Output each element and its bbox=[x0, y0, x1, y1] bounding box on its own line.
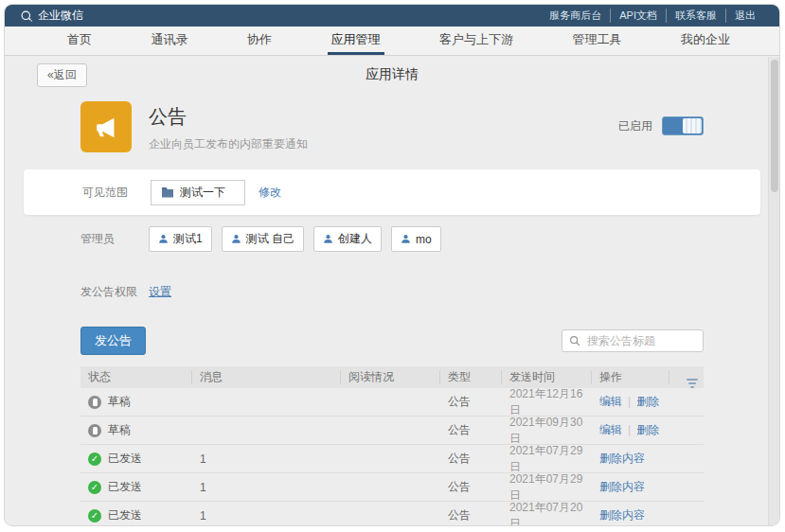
folder-icon bbox=[161, 186, 174, 198]
draft-icon bbox=[88, 396, 101, 409]
nav-tab-app-management[interactable]: 应用管理 bbox=[328, 27, 384, 55]
status-cell: ✓已发送 bbox=[80, 479, 192, 495]
table-row: ✓已发送 1 公告 2021年07月29日 删除内容 bbox=[80, 473, 704, 502]
action-separator: | bbox=[628, 395, 631, 408]
admin-tag[interactable]: mo bbox=[391, 226, 441, 252]
table-body: 草稿 公告 2021年12月16日 编辑|删除 草稿 公告 2021年09月30… bbox=[80, 388, 704, 526]
column-header: 消息 bbox=[192, 370, 341, 384]
app-status: 已启用 bbox=[618, 116, 704, 135]
actions-cell: 编辑|删除 bbox=[592, 394, 669, 410]
actions-cell: 编辑|删除 bbox=[592, 422, 669, 438]
enabled-toggle[interactable] bbox=[662, 116, 704, 135]
message-cell: 1 bbox=[192, 509, 341, 523]
app-head: 公告 企业向员工发布的内部重要通知 已启用 bbox=[5, 94, 779, 168]
row-action[interactable]: 删除内容 bbox=[599, 480, 645, 493]
search-input[interactable] bbox=[585, 333, 696, 348]
draft-icon bbox=[88, 424, 101, 437]
status-cell: 草稿 bbox=[80, 422, 192, 438]
type-cell: 公告 bbox=[440, 422, 502, 438]
message-cell: 1 bbox=[192, 481, 341, 494]
admin-tags: 测试1 测试 自己 创建人 mo bbox=[149, 226, 441, 252]
nav-tabs: 首页通讯录协作应用管理客户与上下游管理工具我的企业 bbox=[5, 27, 779, 56]
modify-link[interactable]: 修改 bbox=[259, 185, 281, 201]
topbar-link-api-docs[interactable]: API文档 bbox=[610, 9, 666, 23]
topbar-link-provider-console[interactable]: 服务商后台 bbox=[541, 9, 610, 23]
send-announcement-button[interactable]: 发公告 bbox=[80, 327, 146, 355]
scrollbar-thumb[interactable] bbox=[771, 60, 778, 192]
sent-icon: ✓ bbox=[88, 452, 101, 466]
status-enabled-label: 已启用 bbox=[618, 118, 652, 134]
megaphone-icon bbox=[80, 101, 132, 152]
brand[interactable]: 企业微信 bbox=[20, 8, 83, 24]
table-row: 草稿 公告 2021年09月30日 编辑|删除 bbox=[80, 417, 704, 445]
brand-label: 企业微信 bbox=[38, 8, 83, 24]
vertical-scrollbar[interactable] bbox=[768, 57, 779, 525]
app-description: 企业向员工发布的内部重要通知 bbox=[149, 136, 308, 152]
column-header: 类型 bbox=[440, 370, 502, 384]
nav-tab-collaboration[interactable]: 协作 bbox=[243, 27, 276, 55]
table-row: ✓已发送 1 公告 2021年07月29日 删除内容 bbox=[80, 445, 704, 473]
column-header: 阅读情况 bbox=[341, 370, 440, 384]
date-cell: 2021年09月30日 bbox=[502, 415, 592, 447]
action-separator: | bbox=[628, 423, 631, 436]
magnifier-icon bbox=[569, 335, 580, 346]
search-box bbox=[562, 329, 704, 352]
filter-header-cell bbox=[669, 370, 704, 384]
back-button[interactable]: «返回 bbox=[37, 63, 87, 87]
page-title: 应用详情 bbox=[366, 66, 419, 83]
actions-cell: 删除内容 bbox=[592, 451, 669, 467]
row-action[interactable]: 删除内容 bbox=[599, 508, 645, 522]
page-header: «返回 应用详情 bbox=[5, 56, 779, 94]
date-cell: 2021年07月29日 bbox=[502, 443, 592, 475]
topbar-link-logout[interactable]: 退出 bbox=[725, 9, 764, 23]
message-cell: 1 bbox=[192, 452, 341, 466]
nav-tab-contacts[interactable]: 通讯录 bbox=[148, 27, 192, 55]
visible-range-chip[interactable]: 测试一下 bbox=[151, 180, 245, 205]
admin-tag[interactable]: 创建人 bbox=[313, 226, 382, 252]
topbar: 企业微信 服务商后台API文档联系客服退出 bbox=[5, 5, 779, 27]
table-header: 状态消息阅读情况类型发送时间操作 bbox=[80, 366, 704, 388]
visible-range-label: 可见范围 bbox=[82, 185, 151, 201]
admins-label: 管理员 bbox=[80, 231, 149, 247]
type-cell: 公告 bbox=[440, 394, 502, 410]
wechat-work-logo-icon bbox=[20, 9, 33, 23]
nav-tab-home[interactable]: 首页 bbox=[63, 27, 96, 55]
person-icon bbox=[401, 234, 411, 244]
announcements-table: 状态消息阅读情况类型发送时间操作 草稿 公告 2021年12月16日 编辑|删除… bbox=[80, 366, 704, 526]
actions-cell: 删除内容 bbox=[592, 479, 669, 495]
row-action[interactable]: 编辑 bbox=[599, 395, 622, 408]
topbar-links: 服务商后台API文档联系客服退出 bbox=[541, 9, 764, 23]
funnel-icon[interactable] bbox=[687, 379, 698, 388]
topbar-link-contact-support[interactable]: 联系客服 bbox=[666, 9, 725, 23]
status-cell: ✓已发送 bbox=[80, 451, 192, 467]
row-action[interactable]: 删除 bbox=[636, 395, 659, 408]
announcement-toolbar: 发公告 bbox=[80, 327, 704, 355]
permission-row: 发公告权限 设置 bbox=[80, 284, 704, 300]
row-action[interactable]: 删除内容 bbox=[599, 452, 645, 465]
status-cell: ✓已发送 bbox=[80, 507, 192, 523]
admin-tag-label: mo bbox=[416, 233, 432, 246]
admins-row: 管理员 测试1 测试 自己 创建人 bbox=[80, 226, 704, 252]
column-header: 发送时间 bbox=[502, 370, 592, 384]
type-cell: 公告 bbox=[440, 451, 502, 467]
person-icon bbox=[158, 234, 169, 244]
app-window: 企业微信 服务商后台API文档联系客服退出 首页通讯录协作应用管理客户与上下游管… bbox=[4, 4, 780, 526]
sent-icon: ✓ bbox=[88, 481, 101, 494]
admin-tag-label: 测试 自己 bbox=[246, 231, 294, 247]
table-row: 草稿 公告 2021年12月16日 编辑|删除 bbox=[80, 388, 704, 417]
permission-settings-link[interactable]: 设置 bbox=[149, 284, 171, 300]
row-action[interactable]: 删除 bbox=[636, 423, 659, 436]
column-header: 操作 bbox=[592, 370, 669, 384]
nav-tab-customers[interactable]: 客户与上下游 bbox=[436, 27, 517, 55]
nav-tab-admin-tools[interactable]: 管理工具 bbox=[569, 27, 626, 55]
status-cell: 草稿 bbox=[80, 394, 192, 410]
date-cell: 2021年07月29日 bbox=[502, 471, 592, 504]
nav-tab-my-company[interactable]: 我的企业 bbox=[677, 27, 734, 55]
row-action[interactable]: 编辑 bbox=[599, 423, 622, 436]
admin-tag[interactable]: 测试 自己 bbox=[222, 226, 304, 252]
date-cell: 2021年12月16日 bbox=[502, 386, 592, 418]
admin-tag-label: 测试1 bbox=[173, 231, 203, 247]
admin-tag[interactable]: 测试1 bbox=[149, 226, 212, 252]
visible-range-target: 测试一下 bbox=[180, 185, 225, 201]
type-cell: 公告 bbox=[440, 479, 502, 495]
